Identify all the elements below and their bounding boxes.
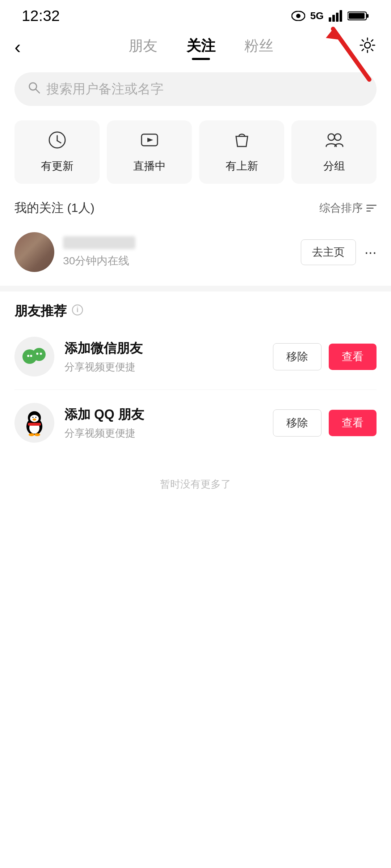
info-icon: i bbox=[72, 304, 83, 318]
nav-tabs: 朋友 关注 粉丝 bbox=[43, 36, 358, 59]
svg-point-27 bbox=[36, 353, 38, 355]
sort-icon bbox=[366, 205, 377, 212]
more-options-button[interactable]: ··· bbox=[365, 244, 377, 260]
filter-live-label: 直播中 bbox=[133, 159, 166, 174]
user-item: 30分钟内在线 去主页 ··· bbox=[0, 222, 391, 282]
sort-label: 综合排序 bbox=[319, 201, 363, 216]
nav-bar: ‹ 朋友 关注 粉丝 bbox=[0, 29, 391, 65]
svg-point-36 bbox=[35, 417, 37, 418]
svg-rect-7 bbox=[366, 14, 369, 18]
svg-rect-2 bbox=[329, 17, 331, 22]
qq-icon bbox=[20, 408, 49, 437]
section-divider bbox=[0, 286, 391, 292]
status-icons: 5G bbox=[291, 10, 369, 22]
wechat-avatar bbox=[14, 337, 54, 376]
user-name-blurred bbox=[63, 236, 135, 249]
svg-point-35 bbox=[33, 417, 34, 418]
svg-rect-38 bbox=[28, 423, 41, 426]
status-bar: 12:32 5G bbox=[0, 0, 391, 29]
qq-name: 添加 QQ 朋友 bbox=[64, 406, 263, 424]
recommend-title: 朋友推荐 i bbox=[14, 302, 377, 320]
qq-avatar bbox=[14, 403, 54, 443]
battery-icon bbox=[348, 10, 369, 21]
no-more-text: 暂时没有更多了 bbox=[0, 459, 391, 502]
recommend-section: 朋友推荐 i 添加微信朋友 分享视频更便捷 bbox=[0, 295, 391, 459]
wechat-info: 添加微信朋友 分享视频更便捷 bbox=[64, 340, 263, 374]
svg-point-39 bbox=[29, 433, 34, 436]
qq-actions: 移除 查看 bbox=[273, 409, 377, 437]
wechat-remove-button[interactable]: 移除 bbox=[273, 343, 321, 370]
svg-point-24 bbox=[33, 348, 46, 361]
5g-icon: 5G bbox=[310, 10, 324, 22]
filter-live[interactable]: 直播中 bbox=[107, 120, 192, 184]
svg-point-25 bbox=[27, 355, 29, 357]
recommend-wechat-item: 添加微信朋友 分享视频更便捷 移除 查看 bbox=[14, 324, 377, 390]
sort-button[interactable]: 综合排序 bbox=[319, 201, 377, 216]
shop-icon bbox=[232, 131, 251, 154]
filter-groups[interactable]: 分组 bbox=[291, 120, 377, 184]
live-icon bbox=[140, 131, 159, 154]
svg-point-1 bbox=[296, 14, 300, 18]
user-avatar[interactable] bbox=[14, 232, 54, 272]
qq-desc: 分享视频更便捷 bbox=[64, 426, 263, 440]
tab-following[interactable]: 关注 bbox=[186, 36, 215, 59]
eye-icon bbox=[291, 11, 305, 21]
following-section-header: 我的关注 (1人) 综合排序 bbox=[0, 191, 391, 222]
wechat-desc: 分享视频更便捷 bbox=[64, 360, 263, 374]
svg-rect-5 bbox=[340, 10, 342, 22]
svg-point-40 bbox=[34, 433, 40, 436]
svg-rect-8 bbox=[349, 13, 365, 19]
search-bar[interactable]: 搜索用户备注或名字 bbox=[14, 72, 377, 106]
svg-point-28 bbox=[40, 353, 42, 355]
qq-info: 添加 QQ 朋友 分享视频更便捷 bbox=[64, 406, 263, 440]
svg-line-16 bbox=[57, 141, 61, 143]
following-title: 我的关注 (1人) bbox=[14, 200, 94, 216]
svg-text:i: i bbox=[76, 306, 79, 314]
filter-groups-label: 分组 bbox=[323, 159, 345, 174]
group-icon bbox=[325, 131, 344, 154]
svg-rect-3 bbox=[332, 15, 335, 22]
filter-new-label: 有上新 bbox=[226, 159, 258, 174]
filter-updates-label: 有更新 bbox=[41, 159, 73, 174]
clock-icon bbox=[48, 131, 67, 154]
svg-marker-18 bbox=[147, 138, 153, 142]
user-actions: 去主页 ··· bbox=[301, 239, 377, 265]
svg-point-9 bbox=[365, 42, 370, 48]
recommend-title-text: 朋友推荐 bbox=[14, 302, 67, 320]
search-container: 搜索用户备注或名字 bbox=[0, 65, 391, 113]
user-info: 30分钟内在线 bbox=[63, 236, 292, 268]
filter-updates[interactable]: 有更新 bbox=[14, 120, 100, 184]
svg-point-26 bbox=[30, 355, 32, 357]
svg-point-19 bbox=[328, 134, 335, 140]
goto-main-page-button[interactable]: 去主页 bbox=[301, 239, 356, 265]
svg-point-37 bbox=[33, 418, 36, 421]
search-placeholder: 搜索用户备注或名字 bbox=[46, 80, 164, 98]
wechat-icon bbox=[20, 342, 49, 371]
avatar-image bbox=[14, 232, 54, 272]
filter-new[interactable]: 有上新 bbox=[199, 120, 284, 184]
tab-fans[interactable]: 粉丝 bbox=[244, 36, 273, 59]
wechat-actions: 移除 查看 bbox=[273, 343, 377, 370]
signal-icon bbox=[329, 10, 342, 22]
back-button[interactable]: ‹ bbox=[14, 36, 43, 58]
status-time: 12:32 bbox=[22, 7, 60, 25]
qq-view-button[interactable]: 查看 bbox=[329, 410, 377, 436]
wechat-view-button[interactable]: 查看 bbox=[329, 344, 377, 370]
settings-button[interactable] bbox=[358, 36, 377, 58]
wechat-name: 添加微信朋友 bbox=[64, 340, 263, 357]
svg-line-13 bbox=[36, 89, 39, 93]
qq-remove-button[interactable]: 移除 bbox=[273, 409, 321, 437]
svg-rect-4 bbox=[336, 13, 339, 22]
user-status: 30分钟内在线 bbox=[63, 255, 129, 267]
recommend-qq-item: 添加 QQ 朋友 分享视频更便捷 移除 查看 bbox=[14, 390, 377, 456]
filter-row: 有更新 直播中 有上新 分组 bbox=[0, 113, 391, 191]
search-icon bbox=[28, 81, 41, 97]
tab-friends[interactable]: 朋友 bbox=[129, 36, 157, 59]
svg-point-20 bbox=[335, 134, 341, 140]
